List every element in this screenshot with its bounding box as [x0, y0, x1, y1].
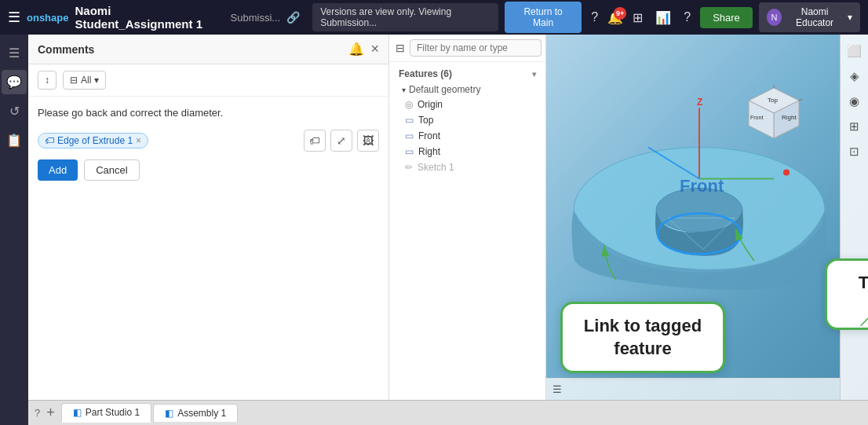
- front-plane-icon: ▭: [405, 130, 414, 141]
- filter-icon: ⊟: [70, 75, 78, 86]
- assembly-tab-label: Assembly 1: [177, 408, 226, 419]
- svg-text:Front: Front: [750, 115, 763, 120]
- user-name: Naomi Educator: [785, 6, 844, 28]
- front-label: Front: [418, 130, 440, 141]
- tag-row: 🏷 Edge of Extrude 1 × 🏷 ⤢ 🖼: [38, 130, 379, 152]
- right-plane-icon: ▭: [405, 146, 414, 157]
- grid-icon-btn[interactable]: ⊞: [629, 7, 646, 28]
- filter-label: All: [81, 75, 91, 86]
- tag-chip-edge: 🏷 Edge of Extrude 1 ×: [38, 133, 148, 148]
- tag-icon: 🏷: [45, 135, 54, 146]
- page-title: Naomi Student_Assignment 1: [75, 4, 224, 31]
- svg-text:Right: Right: [782, 114, 797, 121]
- link-tagged-text: Link to tagged feature: [584, 316, 702, 358]
- expand-button[interactable]: ⤢: [330, 130, 352, 152]
- viewport: Z Front Top Right Front: [546, 35, 868, 425]
- part-studio-tab-icon: ◧: [73, 407, 82, 418]
- sidebar-icon-menu[interactable]: ☰: [4, 41, 24, 65]
- tab-part-studio[interactable]: ◧ Part Studio 1: [61, 403, 151, 423]
- features-search-input[interactable]: [410, 39, 542, 57]
- notifications[interactable]: 🔔 9+: [607, 10, 623, 25]
- features-panel: ⊟ ⏱ Features (6) ▾ ▾ Default geometry ◎ …: [389, 35, 546, 425]
- features-section-header: Features (6) ▾: [389, 65, 545, 82]
- sketch-icon: ✏: [405, 162, 413, 173]
- tag-label: Edge of Extrude 1: [57, 135, 133, 146]
- right-toolbar: ⬜ ◈ ◉ ⊞ ⊡: [840, 35, 868, 400]
- comments-title: Comments: [38, 43, 342, 56]
- sidebar-icon-comments[interactable]: 💬: [2, 70, 27, 94]
- front-viewport-label: Front: [680, 176, 724, 196]
- bottom-help-button[interactable]: ?: [35, 407, 40, 419]
- section-icon[interactable]: ⊡: [846, 141, 863, 162]
- sort-button[interactable]: ↕: [38, 71, 57, 90]
- assembly-tab-icon: ◧: [165, 408, 173, 419]
- filter-dropdown-icon: ▾: [94, 75, 99, 86]
- render-icon[interactable]: ◉: [846, 91, 863, 112]
- left-sidebar: ☰ 💬 ↺ 📋: [0, 35, 28, 425]
- bell-button[interactable]: 🔔: [348, 42, 364, 57]
- subtitle: Submissi...: [231, 12, 281, 24]
- add-button[interactable]: Add: [38, 159, 78, 181]
- tag-entity-button[interactable]: 🏷: [304, 130, 326, 152]
- tag-entity-callout: Tag Entity button: [825, 258, 868, 330]
- default-geometry-row[interactable]: ▾ Default geometry: [389, 82, 545, 97]
- sidebar-icon-history[interactable]: ↺: [5, 99, 24, 123]
- feature-item-front[interactable]: ▭ Front: [389, 128, 545, 144]
- remove-tag-button[interactable]: ×: [136, 135, 141, 146]
- cancel-button[interactable]: Cancel: [84, 159, 139, 181]
- logo: onshape: [27, 12, 68, 24]
- topbar: ☰ onshape Naomi Student_Assignment 1 Sub…: [0, 0, 868, 35]
- origin-icon: ◎: [405, 99, 413, 110]
- top-label: Top: [418, 115, 433, 126]
- cube-view-icon[interactable]: ⬜: [844, 41, 865, 61]
- svg-line-18: [799, 99, 802, 101]
- help-icon-btn[interactable]: ?: [588, 7, 601, 27]
- sidebar-icon-docs[interactable]: 📋: [2, 128, 27, 152]
- version-message: Versions are view only. Viewing Submissi…: [312, 3, 498, 31]
- feature-item-sketch1[interactable]: ✏ Sketch 1: [389, 159, 545, 175]
- hamburger-icon[interactable]: ☰: [8, 9, 20, 26]
- return-to-main-button[interactable]: Return to Main: [505, 2, 582, 33]
- link-tagged-callout: Link to tagged feature: [560, 302, 725, 373]
- perspective-icon[interactable]: ◈: [847, 66, 863, 86]
- svg-text:Top: Top: [768, 97, 778, 104]
- svg-text:Z: Z: [697, 97, 702, 108]
- main-area: ☰ 💬 ↺ 📋 Comments 🔔 × ↕ ⊟ All ▾ Please go…: [0, 35, 868, 425]
- features-filter-button[interactable]: ⊟: [396, 42, 405, 54]
- orient-cube[interactable]: Top Right Front: [742, 82, 805, 145]
- svg-point-10: [783, 170, 790, 176]
- feature-item-origin[interactable]: ◎ Origin: [389, 97, 545, 112]
- feature-item-top[interactable]: ▭ Top: [389, 112, 545, 128]
- features-count: Features (6): [399, 68, 452, 79]
- top-plane-icon: ▭: [405, 115, 414, 126]
- tag-entity-text: Tag Entity button: [859, 273, 868, 315]
- comments-panel: Comments 🔔 × ↕ ⊟ All ▾ Please go back an…: [28, 35, 389, 425]
- comment-area: Please go back and correct the diameter.…: [28, 97, 388, 425]
- chart-icon-btn[interactable]: 📊: [652, 7, 674, 28]
- close-comments-button[interactable]: ×: [370, 41, 379, 57]
- share-button[interactable]: Share: [700, 7, 753, 28]
- collapse-icon[interactable]: ▾: [532, 70, 536, 79]
- part-studio-tab-label: Part Studio 1: [86, 407, 140, 418]
- user-avatar: N: [767, 9, 782, 26]
- notif-badge: 9+: [614, 7, 626, 20]
- add-tab-button[interactable]: +: [42, 403, 60, 423]
- tab-assembly[interactable]: ◧ Assembly 1: [153, 404, 238, 422]
- filter-button[interactable]: ⊟ All ▾: [63, 71, 106, 90]
- help2-icon-btn[interactable]: ?: [680, 7, 694, 27]
- user-menu-button[interactable]: NNaomi Educator▾: [759, 2, 860, 32]
- sketch1-label: Sketch 1: [418, 162, 454, 173]
- default-geometry-label: Default geometry: [409, 84, 480, 95]
- image-button[interactable]: 🖼: [357, 130, 379, 152]
- origin-label: Origin: [418, 99, 443, 110]
- hamburger-vp-icon[interactable]: ☰: [553, 383, 562, 395]
- sort-icon: ↕: [45, 75, 49, 86]
- right-label: Right: [418, 146, 440, 157]
- feature-item-right[interactable]: ▭ Right: [389, 144, 545, 159]
- action-row: Add Cancel: [38, 159, 379, 181]
- link-icon[interactable]: 🔗: [286, 11, 300, 24]
- features-header: ⊟ ⏱: [389, 35, 545, 62]
- chevron-icon: ▾: [402, 86, 406, 94]
- grid-icon[interactable]: ⊞: [846, 116, 863, 137]
- viewport-bottom: ☰: [546, 378, 840, 400]
